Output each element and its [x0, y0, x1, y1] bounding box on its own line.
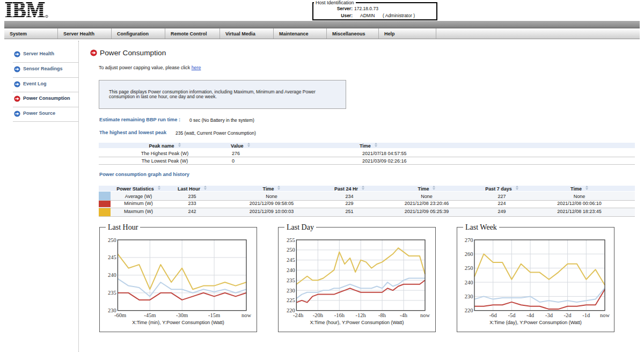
svg-text:235: 235: [108, 290, 116, 296]
svg-text:-24h: -24h: [293, 312, 304, 318]
svg-text:-5d: -5d: [508, 312, 516, 318]
svg-text:230: 230: [287, 288, 295, 294]
svg-text:-3d: -3d: [545, 312, 553, 318]
svg-text:-20h: -20h: [313, 312, 324, 318]
svg-text:260: 260: [465, 251, 473, 257]
svg-text:230: 230: [465, 294, 473, 299]
svg-text:-30m: -30m: [176, 312, 188, 318]
svg-text:240: 240: [465, 280, 473, 285]
svg-text:-2d: -2d: [564, 312, 572, 318]
svg-text:now: now: [420, 312, 430, 318]
svg-text:now: now: [600, 312, 610, 318]
svg-text:now: now: [241, 312, 252, 318]
svg-text:250: 250: [108, 237, 116, 243]
svg-text:-6d: -6d: [489, 312, 497, 318]
svg-text:250: 250: [465, 265, 473, 271]
svg-text:-60m: -60m: [114, 312, 126, 318]
svg-text:250: 250: [287, 247, 295, 253]
svg-text:IBM: IBM: [5, 0, 45, 19]
svg-text:240: 240: [108, 272, 116, 278]
svg-text:-1d: -1d: [582, 312, 590, 318]
svg-text:225: 225: [287, 297, 295, 303]
svg-text:220: 220: [465, 307, 473, 313]
svg-text:235: 235: [287, 277, 295, 283]
svg-text:-16h: -16h: [334, 312, 345, 318]
svg-text:270: 270: [465, 237, 473, 243]
svg-text:-4d: -4d: [526, 312, 535, 318]
svg-text:240: 240: [287, 267, 295, 273]
svg-text:-12h: -12h: [356, 312, 367, 318]
svg-text:245: 245: [287, 257, 295, 263]
svg-text:255: 255: [287, 237, 295, 243]
svg-text:-8h: -8h: [378, 312, 386, 318]
svg-text:-4h: -4h: [400, 312, 408, 318]
svg-text:-45m: -45m: [144, 312, 156, 318]
svg-text:-15m: -15m: [208, 312, 220, 318]
svg-text:245: 245: [108, 254, 116, 260]
